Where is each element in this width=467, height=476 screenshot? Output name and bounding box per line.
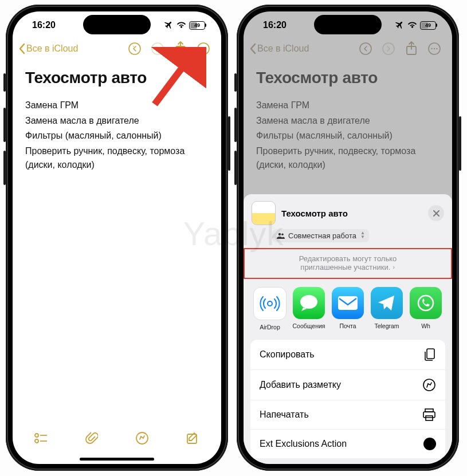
svg-rect-28: [423, 412, 435, 418]
svg-point-19: [278, 233, 281, 235]
phone-left: 16:20 49 Все в iCloud: [6, 5, 228, 471]
note-line: Проверить ручник, подвеску, тормоза (дис…: [256, 144, 439, 171]
note-content-dimmed: Техосмотр авто Замена ГРМ Замена масла в…: [244, 61, 452, 176]
status-time: 16:20: [263, 20, 287, 30]
note-line: Замена ГРМ: [256, 99, 439, 112]
draw-button[interactable]: [131, 431, 154, 445]
svg-point-21: [268, 301, 272, 306]
more-button: [425, 42, 444, 56]
note-line: Фильтры (масляный, салонный): [256, 129, 439, 143]
app-airdrop[interactable]: AirDrop: [252, 287, 288, 331]
redo-button: [379, 42, 398, 56]
actions-list: Скопировать Добавить разметку Напечатать…: [250, 340, 445, 458]
screen-right: 16:20 49 Все в iCloud Техосмотр авто Зам…: [244, 11, 452, 464]
undo-button[interactable]: [125, 42, 144, 56]
chevron-right-icon: ›: [393, 264, 395, 271]
dynamic-island: [83, 15, 151, 34]
svg-point-24: [418, 296, 433, 310]
note-line: Замена ГРМ: [25, 99, 209, 112]
svg-point-13: [383, 43, 394, 54]
svg-point-4: [200, 48, 201, 49]
notes-app-icon: [252, 201, 276, 225]
note-line: Фильтры (масляный, салонный): [25, 129, 209, 143]
permissions-row[interactable]: Редактировать могут только приглашенные …: [244, 248, 452, 278]
action-copy[interactable]: Скопировать: [250, 340, 445, 370]
action-ext[interactable]: Ext Exclusions Action: [250, 430, 445, 458]
note-line: Проверить ручник, подвеску, тормоза (дис…: [25, 144, 209, 171]
more-button[interactable]: [194, 42, 213, 56]
svg-point-22: [300, 295, 317, 309]
svg-point-12: [360, 43, 371, 54]
svg-point-5: [203, 48, 204, 49]
markup-icon: [422, 378, 436, 392]
home-indicator[interactable]: [80, 458, 154, 461]
ext-icon: [423, 438, 436, 450]
checklist-button[interactable]: [30, 432, 53, 444]
close-icon: [433, 210, 439, 217]
back-button[interactable]: Все в iCloud: [18, 43, 78, 54]
close-button[interactable]: [428, 205, 444, 221]
print-icon: [422, 408, 436, 421]
share-button[interactable]: [171, 41, 190, 56]
attachment-button[interactable]: [80, 431, 103, 445]
nav-bar: Все в iCloud: [244, 39, 452, 61]
share-apps-row[interactable]: AirDrop Сообщения Почта: [244, 278, 452, 340]
people-icon: [277, 233, 285, 239]
app-whatsapp[interactable]: Wh: [407, 287, 444, 331]
svg-point-9: [35, 439, 38, 443]
compose-button[interactable]: [181, 431, 204, 445]
svg-rect-29: [426, 416, 433, 420]
dynamic-island: [314, 15, 382, 34]
battery-icon: 49: [189, 21, 205, 30]
app-telegram[interactable]: Telegram: [368, 287, 405, 331]
status-time: 16:20: [32, 20, 56, 30]
note-title: Техосмотр авто: [25, 69, 209, 87]
screen-left: 16:20 49 Все в iCloud: [13, 11, 221, 464]
note-title: Техосмотр авто: [256, 69, 439, 87]
back-button: Все в iCloud: [249, 43, 309, 54]
nav-bar: Все в iCloud: [13, 39, 221, 61]
sheet-title: Техосмотр авто: [281, 209, 422, 218]
svg-point-18: [436, 48, 437, 49]
note-line: Замена масла в двигателе: [25, 114, 209, 128]
airplane-icon: [164, 21, 174, 30]
svg-point-8: [35, 434, 38, 437]
airplane-icon: [395, 21, 405, 30]
collaboration-selector[interactable]: Совместная работа ▲▼: [272, 229, 369, 242]
svg-point-1: [152, 43, 163, 54]
redo-button[interactable]: [148, 42, 167, 56]
app-messages[interactable]: Сообщения: [291, 287, 327, 331]
copy-icon: [423, 348, 436, 361]
svg-point-16: [431, 48, 432, 49]
svg-point-17: [434, 48, 435, 49]
svg-point-10: [136, 432, 148, 444]
svg-point-20: [281, 233, 284, 235]
chevron-updown-icon: ▲▼: [360, 231, 365, 239]
wifi-icon: [176, 22, 186, 29]
undo-button: [356, 42, 375, 56]
action-print[interactable]: Напечатать: [250, 400, 445, 430]
phone-right: 16:20 49 Все в iCloud Техосмотр авто Зам…: [237, 5, 459, 471]
svg-point-6: [205, 48, 206, 49]
battery-icon: 49: [420, 21, 436, 30]
svg-rect-25: [427, 349, 434, 359]
svg-point-26: [423, 379, 435, 391]
share-button: [402, 41, 421, 56]
app-mail[interactable]: Почта: [329, 287, 366, 331]
note-line: Замена масла в двигателе: [256, 114, 439, 128]
svg-rect-23: [338, 296, 358, 310]
note-content[interactable]: Техосмотр авто Замена ГРМ Замена масла в…: [13, 61, 221, 176]
svg-point-0: [129, 43, 140, 54]
share-sheet: Техосмотр авто Совместная работа ▲▼ Реда…: [244, 194, 452, 464]
back-label: Все в iCloud: [26, 44, 78, 54]
wifi-icon: [407, 22, 417, 29]
action-markup[interactable]: Добавить разметку: [250, 370, 445, 400]
back-label: Все в iCloud: [257, 44, 309, 54]
